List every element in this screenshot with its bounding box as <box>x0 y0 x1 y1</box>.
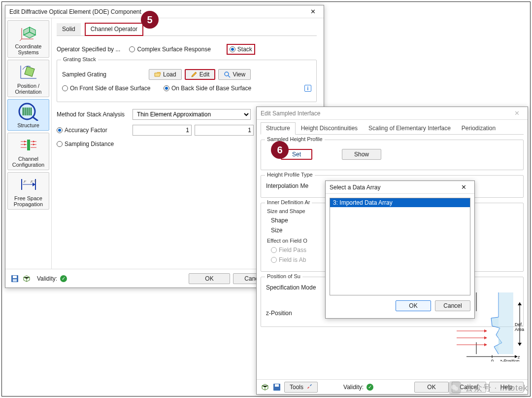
radio-label: Complex Surface Response <box>137 46 210 53</box>
tools-button[interactable]: Tools <box>284 382 318 393</box>
tab-label: Height Discontinuities <box>301 125 358 132</box>
method-for-stack-analysis-label: Method for Stack Analysis <box>57 111 130 118</box>
size-label: Size <box>266 227 296 234</box>
close-icon[interactable]: ✕ <box>456 182 471 193</box>
orientation-icon <box>17 63 40 81</box>
grating-stack-group: Grating Stack Sampled Grating Load Edit … <box>57 60 317 102</box>
sampled-height-profile-label: Sampled Height Profile <box>265 136 325 142</box>
tab-channel-operator[interactable]: Channel Operator <box>85 23 143 36</box>
tab-height-discontinuities[interactable]: Height Discontinuities <box>296 122 363 135</box>
svg-rect-8 <box>13 279 17 282</box>
svg-text:F: F <box>24 180 27 184</box>
sidebar-item-structure[interactable]: Structure <box>7 99 49 131</box>
dlg1-tabs: Solid Channel Operator <box>57 22 317 36</box>
position-of-surface-label: Position of Su <box>265 273 302 279</box>
cancel-button[interactable]: Cancel <box>435 300 470 311</box>
tab-label: Scaling of Elementary Interface <box>368 125 451 132</box>
radio-checked-icon <box>57 127 63 133</box>
accuracy-value-2[interactable] <box>195 125 254 136</box>
save-icon[interactable] <box>272 383 281 392</box>
radio-label: On Back Side of Base Surface <box>171 85 251 92</box>
3d-cube-icon[interactable] <box>261 383 269 392</box>
select-data-array-dialog: Select a Data Array ✕ 3: Imported Data A… <box>325 181 475 319</box>
wechat-icon <box>448 381 461 394</box>
svg-point-18 <box>454 387 458 391</box>
tab-label: Solid <box>62 26 75 33</box>
svg-rect-2 <box>27 140 30 150</box>
data-array-listbox[interactable]: 3: Imported Data Array <box>330 198 470 295</box>
sidebar-item-label: Position / Orientation <box>15 83 42 95</box>
ok-button[interactable]: OK <box>396 300 431 311</box>
list-item[interactable]: 3: Imported Data Array <box>330 198 470 207</box>
sidebar-item-free-space-propagation[interactable]: FF⁻¹ Free Space Propagation <box>7 172 49 210</box>
tab-scaling-of-elementary-interface[interactable]: Scaling of Elementary Interface <box>363 122 456 135</box>
radio-stack[interactable]: Stack <box>230 46 252 53</box>
save-icon[interactable] <box>10 274 19 283</box>
tools-icon <box>306 383 312 391</box>
svg-text:Def.: Def. <box>515 322 523 327</box>
radio-front-side[interactable]: On Front Side of Base Surface <box>62 85 161 92</box>
dlg2-titlebar[interactable]: Edit Sampled Interface ✕ <box>257 107 528 120</box>
tab-solid[interactable]: Solid <box>57 23 81 36</box>
radio-label: Stack <box>237 46 252 53</box>
svg-text:z-Position: z-Position <box>500 359 520 362</box>
accuracy-value-1[interactable] <box>133 125 192 136</box>
sidebar-item-coordinate-systems[interactable]: Coordinate Systems <box>7 20 49 58</box>
operator-specified-by-label: Operator Specified by ... <box>57 46 120 53</box>
svg-rect-7 <box>13 276 17 278</box>
close-icon[interactable]: ✕ <box>305 6 321 17</box>
tab-structure[interactable]: Structure <box>261 122 296 135</box>
propagation-icon: FF⁻¹ <box>17 176 40 193</box>
dlg3-titlebar[interactable]: Select a Data Array ✕ <box>326 181 474 194</box>
radio-label: Field Pass <box>279 247 306 253</box>
radio-unchecked-icon <box>129 46 135 52</box>
svg-point-5 <box>225 72 229 76</box>
button-label: OK <box>409 302 417 309</box>
radio-back-side[interactable]: On Back Side of Base Surface <box>164 85 251 92</box>
svg-rect-16 <box>275 384 279 387</box>
radio-sampling-distance[interactable]: Sampling Distance <box>57 141 114 147</box>
validity-label: Validity: <box>343 384 364 391</box>
radio-complex-surface-response[interactable]: Complex Surface Response <box>129 46 210 53</box>
interpolation-label: Interpolation Me <box>266 182 325 189</box>
radio-unchecked-icon <box>271 257 277 263</box>
view-button[interactable]: View <box>218 69 251 80</box>
ok-button[interactable]: OK <box>414 382 449 393</box>
z-position-label: z-Position <box>266 310 325 317</box>
inner-definition-area-label: Inner Definition Ar <box>265 199 312 205</box>
button-label: OK <box>205 275 213 282</box>
sidebar-item-channel-configuration[interactable]: Channel Configuration <box>7 133 49 170</box>
button-label: Load <box>163 71 176 78</box>
close-icon[interactable]: ✕ <box>509 108 525 119</box>
show-button[interactable]: Show <box>342 149 381 160</box>
method-select[interactable]: Thin Element Approximation <box>133 109 251 120</box>
radio-label: Sampling Distance <box>65 141 114 147</box>
button-label: Set <box>292 151 301 158</box>
dlg1-titlebar[interactable]: Edit Diffractive Optical Element (DOE) C… <box>5 5 324 18</box>
callout-badge-5: 5 <box>141 11 159 29</box>
folder-open-icon <box>154 71 161 78</box>
height-profile-type-label: Height Profile Type <box>265 172 315 178</box>
radio-checked-icon <box>230 46 235 52</box>
dlg1-sidebar: Coordinate Systems Position / Orientatio… <box>5 18 52 269</box>
svg-text:0: 0 <box>491 359 494 362</box>
svg-text:z: z <box>518 355 520 360</box>
edit-button[interactable]: Edit <box>185 69 216 80</box>
3d-cube-icon[interactable] <box>22 274 31 283</box>
button-label: Show <box>354 151 369 158</box>
tab-periodization[interactable]: Periodization <box>456 122 501 135</box>
ok-button[interactable]: OK <box>189 273 230 284</box>
tab-label: Channel Operator <box>91 26 137 33</box>
badge-number: 5 <box>147 14 152 26</box>
info-icon[interactable]: i <box>304 85 311 92</box>
sidebar-item-position-orientation[interactable]: Position / Orientation <box>7 60 49 97</box>
structure-lens-icon <box>17 103 40 120</box>
specification-mode-label: Specification Mode <box>266 284 325 291</box>
radio-accuracy-factor[interactable]: Accuracy Factor <box>57 127 130 134</box>
radio-unchecked-icon <box>62 85 68 91</box>
magnifier-icon <box>224 71 231 78</box>
axes-cube-icon <box>17 24 40 41</box>
load-button[interactable]: Load <box>149 69 182 80</box>
sidebar-item-label: Structure <box>17 122 39 128</box>
button-label: Edit <box>200 71 210 78</box>
